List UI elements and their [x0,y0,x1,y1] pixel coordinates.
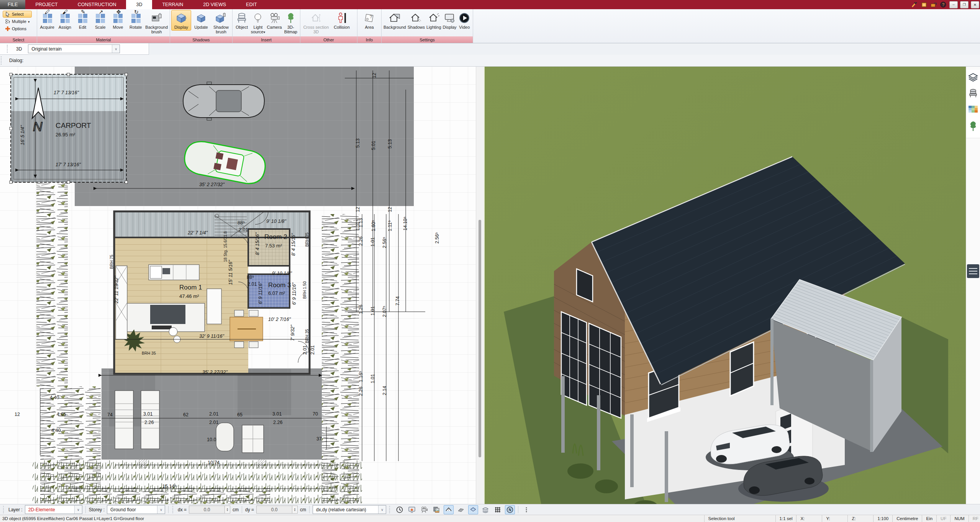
move-button[interactable]: ✥ Move [109,10,127,31]
render-3d-view[interactable] [484,67,966,504]
status-message: 3D object (65995 Einzelflächen) Car06 Pa… [0,516,704,521]
svg-text:4.40: 4.40 [50,395,59,400]
terrain-select[interactable]: Original terrain [28,44,120,53]
coordinate-mode-select[interactable]: dx,dy (relative cartesian) [313,505,386,514]
material-assign-icon: 🖌 [63,11,67,25]
svg-text:10' 2 7/16": 10' 2 7/16" [268,317,291,322]
grid-icon[interactable] [493,505,503,514]
project-box-icon[interactable] [921,1,928,8]
options-button[interactable]: Options [3,25,32,32]
tab-construction[interactable]: CONSTRUCTION [68,0,126,9]
background-brush-button[interactable]: Background brush [144,10,169,35]
furniture-icon [236,11,247,25]
toolbar-grip[interactable] [3,506,5,513]
scale-button[interactable]: ↗ Scale [92,10,109,31]
dx-field[interactable]: 0.0 ▲▼ [189,506,230,514]
svg-text:22' 11 19/32": 22' 11 19/32" [114,276,119,304]
tab-3d[interactable]: 3D [126,0,152,9]
svg-text:2.01: 2.01 [239,227,248,232]
acquire-button[interactable]: 🖊 Acquire [38,10,56,31]
dim-label: 17' 7 13/16" [54,90,79,95]
tile-icon[interactable] [468,505,478,514]
svg-text:7.74: 7.74 [395,296,400,306]
shadow-update-button[interactable]: Update [191,10,211,31]
north-icon[interactable]: N [505,505,515,514]
collision-button[interactable]: Collision [331,10,353,31]
toolbar-grip[interactable] [1,56,3,65]
settings-display-button[interactable]: Display [442,10,457,31]
export-package-icon[interactable] [930,1,937,8]
toolbar-grip[interactable] [172,506,175,513]
chevron-down-icon[interactable] [112,45,120,53]
tab-edit[interactable]: EDIT [236,0,267,9]
layers-icon[interactable] [968,73,978,83]
layer-select[interactable]: 2D-Elemente [25,505,82,514]
settings-shadows-button[interactable]: Shadows [407,10,426,31]
video-camera-icon[interactable] [419,505,429,514]
chevron-down-icon[interactable] [74,506,82,514]
tree-icon[interactable] [969,121,977,133]
clock-icon[interactable] [395,505,405,514]
house-background-icon [388,11,401,25]
screenshot-icon[interactable] [407,505,417,514]
dy-field[interactable]: 0.0 ▲▼ [256,506,298,514]
scrollbar-thumb[interactable] [479,220,481,457]
spinner[interactable]: ▲▼ [225,506,230,514]
panel-menu-handle[interactable] [967,264,979,278]
insert-object-button[interactable]: Object [234,10,250,31]
background-brush-icon [151,11,162,25]
settings-background-button[interactable]: Background [383,10,407,31]
more-icon[interactable] [521,505,531,514]
chevron-down-icon[interactable] [378,506,386,514]
svg-text:10.74: 10.74 [208,460,220,465]
cube-icon [196,11,206,25]
tools-icon[interactable] [911,1,918,8]
video-button[interactable]: Video [457,10,472,31]
shadow-brush-button[interactable]: Shadow brush [211,10,231,35]
materials-palette-icon[interactable] [968,105,978,116]
restore-button[interactable] [960,1,969,8]
bitmap-3d-button[interactable]: 3D-Bitmap [283,10,299,35]
toolbar-grip[interactable] [7,45,9,53]
settings-lighting-button[interactable]: Lighting [426,10,442,31]
svg-text:8' 4 15/16": 8' 4 15/16" [255,232,260,255]
minimize-button[interactable] [949,1,958,8]
bulb-icon [253,11,262,25]
tab-file[interactable]: FILE [0,0,25,9]
multiple-button[interactable]: Multiple [3,18,32,25]
chevron-down-icon[interactable] [157,506,165,514]
tab-project[interactable]: PROJECT [25,0,67,9]
multi-select-icon [5,19,10,24]
rotate-button[interactable]: ↻ Rotate [127,10,144,31]
carport-plan[interactable]: N 17' 7 13/16" 16' 5 1/4" 17' 7 13/16" C… [10,73,128,183]
close-button[interactable] [971,1,979,8]
status-scale-sel: 1:1 sel [775,515,796,522]
shadow-display-button[interactable]: Display [171,10,191,31]
svg-text:35' 2 27/32": 35' 2 27/32" [199,182,225,187]
hatch-icon[interactable] [456,505,466,514]
plan-2d-view[interactable]: N 17' 7 13/16" 16' 5 1/4" 17' 7 13/16" C… [0,67,476,504]
edit-button[interactable]: ✎ Edit [74,10,91,31]
select-button[interactable]: Select [3,11,32,18]
roof-angle-icon[interactable] [444,505,454,514]
car-gray-plan[interactable] [183,82,264,120]
light-source-button[interactable]: Light source [250,10,266,36]
image-stack-icon[interactable] [431,505,441,514]
svg-text:BRH 75: BRH 75 [109,255,114,269]
help-icon[interactable]: ? [940,1,947,8]
furniture-icon[interactable] [969,89,978,100]
toolbar-grip[interactable] [389,506,392,513]
plan-scrollbar[interactable] [476,67,484,504]
spinner[interactable]: ▲▼ [292,506,298,514]
dx-unit: cm [233,507,239,512]
view-toolbar: 3D Original terrain [0,43,980,55]
area-button[interactable]: ? Area [359,10,380,31]
storey-label: Storey : [89,507,105,512]
layer-sheets-icon[interactable] [480,505,490,514]
tab-terrain[interactable]: TERRAIN [152,0,193,9]
camera-button[interactable]: Camera [266,10,283,31]
assign-button[interactable]: 🖌 Assign [56,10,74,31]
storey-select[interactable]: Ground floor [107,505,165,514]
tab-2d-views[interactable]: 2D VIEWS [193,0,236,9]
material-move-icon: ✥ [116,11,120,25]
